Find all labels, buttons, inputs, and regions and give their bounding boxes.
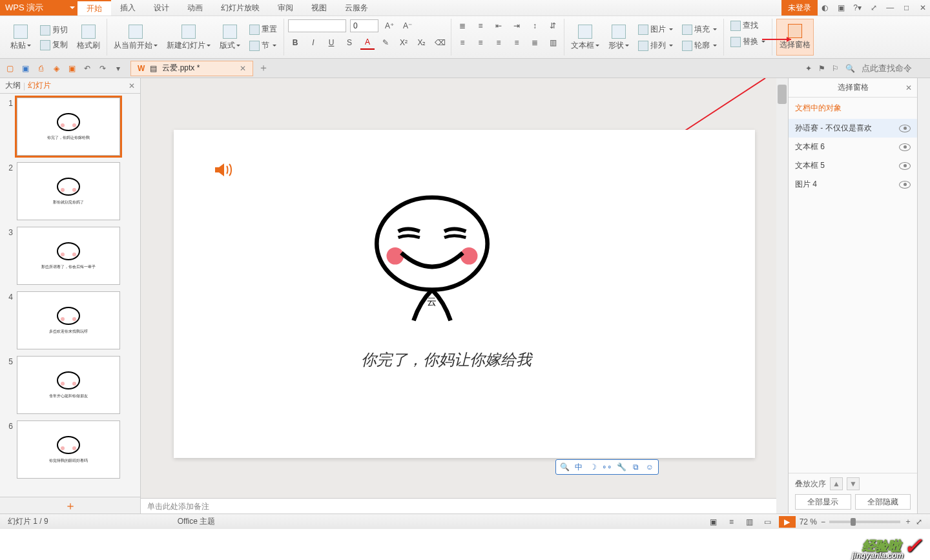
- slide-thumb-1[interactable]: 你完了，你妈让你嫁给我: [17, 98, 120, 156]
- tab-insert[interactable]: 插入: [111, 0, 145, 16]
- align-justify-icon[interactable]: ≡: [510, 36, 524, 50]
- ft-cn-icon[interactable]: 中: [574, 462, 584, 472]
- line-space-icon[interactable]: ↕: [528, 19, 542, 33]
- sel-close-icon[interactable]: ✕: [905, 83, 912, 92]
- show-all-button[interactable]: 全部显示: [795, 494, 851, 510]
- nav-outline-tab[interactable]: 大纲: [5, 80, 21, 91]
- sel-item-image4[interactable]: 图片 4: [789, 175, 917, 194]
- ft-smile-icon[interactable]: ☺: [645, 462, 655, 472]
- sel-item-textbox6[interactable]: 文本框 6: [789, 138, 917, 156]
- right-sidebar-strip[interactable]: [917, 78, 930, 513]
- textbox-button[interactable]: 文本框: [568, 19, 602, 56]
- maximize-icon[interactable]: □: [900, 3, 914, 12]
- view-normal-icon[interactable]: ▣: [707, 516, 721, 528]
- redo-icon[interactable]: ↷: [97, 63, 108, 74]
- shape-button[interactable]: 形状: [606, 19, 632, 56]
- align-center-icon[interactable]: ≡: [473, 36, 488, 50]
- fit-icon[interactable]: ⤢: [916, 517, 922, 526]
- eye-icon[interactable]: [899, 143, 911, 151]
- save-icon[interactable]: ▣: [19, 63, 31, 74]
- face-image[interactable]: 云: [367, 194, 497, 326]
- close-icon[interactable]: ✕: [916, 3, 930, 12]
- document-tab[interactable]: W ▤ 云爱.pptx * ✕: [130, 61, 253, 76]
- zoom-slider[interactable]: [829, 521, 900, 523]
- help-icon[interactable]: ?▾: [851, 3, 865, 12]
- open-icon[interactable]: ▢: [4, 63, 16, 74]
- tab-start[interactable]: 开始: [78, 0, 111, 16]
- preview-icon[interactable]: ◈: [50, 63, 62, 74]
- italic-icon[interactable]: I: [306, 36, 320, 50]
- outline-button[interactable]: 轮廓: [679, 39, 719, 52]
- slide-thumb-4[interactable]: 多些欢迎你来找我玩呀: [17, 291, 120, 349]
- shirt-icon[interactable]: ▣: [834, 3, 848, 12]
- slide-thumb-5[interactable]: 非常开心能和你做朋友: [17, 356, 120, 414]
- print-icon[interactable]: ⎙: [35, 63, 46, 74]
- notes-input[interactable]: 单击此处添加备注: [141, 498, 788, 513]
- minimize-icon[interactable]: —: [883, 3, 897, 12]
- app-logo[interactable]: WPS 演示: [0, 0, 78, 16]
- nav-close-icon[interactable]: ✕: [129, 81, 135, 90]
- pdf-icon[interactable]: ▣: [66, 63, 78, 74]
- underline-icon[interactable]: U: [324, 36, 338, 50]
- align-right-icon[interactable]: ≡: [491, 36, 506, 50]
- add-slide-button[interactable]: ＋: [0, 497, 140, 513]
- ft-moon-icon[interactable]: ☽: [588, 462, 598, 472]
- format-brush-button[interactable]: 格式刷: [74, 19, 103, 56]
- bullets-icon[interactable]: ≣: [455, 19, 470, 33]
- nav-slides-tab[interactable]: 幻灯片: [28, 80, 51, 91]
- text-dir-icon[interactable]: ⇵: [546, 19, 560, 33]
- ft-wrench-icon[interactable]: 🔧: [616, 462, 626, 472]
- cut-button[interactable]: 剪切: [37, 23, 70, 37]
- new-slide-button[interactable]: 新建幻灯片: [164, 19, 213, 56]
- sel-item-textbox5[interactable]: 文本框 5: [789, 156, 917, 175]
- distribute-icon[interactable]: ≣: [528, 36, 542, 50]
- slide-thumb-2[interactable]: 那你就别见你妈了: [17, 162, 120, 220]
- numbering-icon[interactable]: ≡: [473, 19, 488, 33]
- new-tab-button[interactable]: ＋: [258, 61, 269, 75]
- tab-anim[interactable]: 动画: [178, 0, 212, 16]
- slideshow-button[interactable]: ▶: [779, 516, 796, 528]
- copy-button[interactable]: 复制: [37, 38, 70, 52]
- layout-button[interactable]: 版式: [217, 19, 243, 56]
- highlight-icon[interactable]: ✎: [378, 36, 393, 50]
- search-command-input[interactable]: [862, 63, 926, 73]
- strike-icon[interactable]: S: [342, 36, 356, 50]
- editor-vscroll[interactable]: [776, 78, 788, 513]
- pin-icon[interactable]: ✦: [805, 64, 812, 73]
- tab-design[interactable]: 设计: [145, 0, 178, 16]
- thumb-list[interactable]: 1你完了，你妈让你嫁给我 2那你就别见你妈了 3那些所谓看了，你会后悔一辈子 4…: [0, 94, 140, 497]
- slide-canvas[interactable]: 云 你完了，你妈让你嫁给我: [174, 130, 755, 458]
- slide-thumb-3[interactable]: 那些所谓看了，你会后悔一辈子: [17, 227, 120, 285]
- ft-dots-icon[interactable]: ∘∘: [602, 462, 612, 472]
- reset-button[interactable]: 重置: [247, 23, 280, 36]
- font-name-box[interactable]: [288, 19, 346, 32]
- indent-icon[interactable]: ⇥: [510, 19, 524, 33]
- shrink-font-icon[interactable]: A⁻: [400, 19, 415, 33]
- tab-cloud[interactable]: 云服务: [336, 0, 377, 16]
- font-size-box[interactable]: 0: [350, 19, 378, 32]
- zoom-out-icon[interactable]: −: [821, 517, 825, 526]
- layer-down-button[interactable]: ▼: [847, 477, 860, 490]
- paste-button[interactable]: 粘贴: [8, 19, 34, 56]
- sound-icon[interactable]: [212, 160, 233, 182]
- select-pane-button[interactable]: 选择窗格: [776, 19, 814, 56]
- slide-caption[interactable]: 你完了，你妈让你嫁给我: [361, 349, 532, 370]
- doc-close-icon[interactable]: ✕: [240, 64, 246, 73]
- subscript-icon[interactable]: X₂: [415, 36, 429, 50]
- image-button[interactable]: 图片: [636, 23, 676, 36]
- tab-show[interactable]: 幻灯片放映: [212, 0, 269, 16]
- outdent-icon[interactable]: ⇤: [491, 19, 506, 33]
- arrange-button[interactable]: 排列: [636, 39, 676, 52]
- align-left-icon[interactable]: ≡: [455, 36, 470, 50]
- fill-button[interactable]: 填充: [679, 23, 719, 36]
- clear-format-icon[interactable]: ⌫: [433, 36, 447, 50]
- ft-copy-icon[interactable]: ⧉: [630, 462, 641, 472]
- view-reading-icon[interactable]: ▭: [761, 516, 775, 528]
- find-button[interactable]: 查找: [728, 19, 768, 32]
- collapse-ribbon-icon[interactable]: ⤢: [867, 3, 881, 12]
- eye-icon[interactable]: [899, 125, 911, 132]
- bold-icon[interactable]: B: [288, 36, 302, 50]
- replace-button[interactable]: 替换: [728, 35, 768, 48]
- eye-icon[interactable]: [899, 181, 911, 189]
- superscript-icon[interactable]: X²: [397, 36, 411, 50]
